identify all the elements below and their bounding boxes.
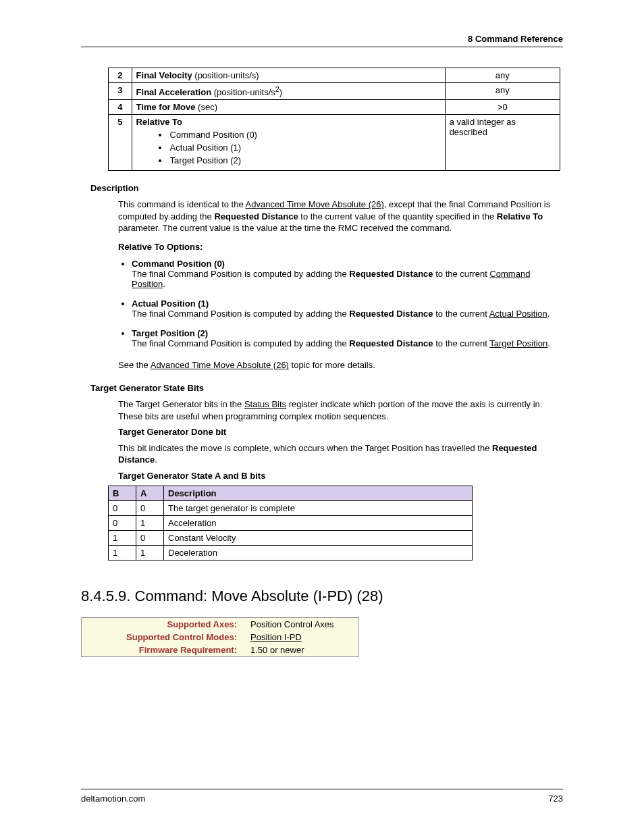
description-paragraph: This command is identical to the Advance… [118,199,556,234]
footer-page-number: 723 [548,793,563,804]
list-item: Target Position (2) The final Command Po… [132,328,556,348]
table-row: 10Constant Velocity [109,531,473,546]
link-position-ipd[interactable]: Position I-PD [250,632,302,642]
parameter-table: 2 Final Velocity (position-units/s) any … [108,68,560,171]
param-desc: Final Velocity (position-units/s) [132,68,445,83]
param-desc: Time for Move (sec) [132,100,445,115]
table-row: 4 Time for Move (sec) >0 [109,100,560,115]
supported-control-modes-value: Position I-PD [244,631,359,644]
param-desc: Relative To Command Position (0) Actual … [132,115,445,171]
state-bits-table: B A Description 00The target generator i… [108,486,473,561]
table-row: 2 Final Velocity (position-units/s) any [109,68,560,83]
supported-axes-value: Position Control Axes [244,618,359,631]
supported-axes-label: Supported Axes: [82,618,244,631]
link-actual-position[interactable]: Actual Position [489,309,547,319]
param-range: any [445,83,560,100]
supported-box: Supported Axes: Position Control Axes Su… [81,617,359,657]
link-adv-time-move-abs[interactable]: Advanced Time Move Absolute (26) [246,199,384,209]
tg-done-heading: Target Generator Done bit [118,426,556,438]
list-item: Actual Position (1) The final Command Po… [132,298,556,319]
table-row: 3 Final Acceleration (position-units/s2)… [109,83,560,100]
relative-to-options-heading: Relative To Options: [118,241,556,253]
param-num: 5 [109,115,132,171]
param-num: 2 [109,68,132,83]
firmware-req-value: 1.50 or newer [244,644,359,657]
tg-done-paragraph: This bit indicates the move is complete,… [118,442,556,466]
page-header: 8 Command Reference [81,34,563,47]
param-desc: Final Acceleration (position-units/s2) [132,83,445,100]
param-num: 3 [109,83,132,100]
col-header-desc: Description [164,486,473,501]
list-item: Target Position (2) [169,155,441,165]
table-row: 11Deceleration [109,546,473,561]
relative-to-options-list: Command Position (0) The final Command P… [118,259,556,348]
table-row: 00The target generator is complete [109,501,473,516]
see-more: See the Advanced Time Move Absolute (26)… [118,359,556,371]
link-status-bits[interactable]: Status Bits [244,399,286,409]
param-range: >0 [445,100,560,115]
target-generator-paragraph: The Target Generator bits in the Status … [118,398,556,422]
param-range: a valid integer as described [445,115,560,171]
description-heading: Description [90,183,563,193]
param-range: any [445,68,560,83]
firmware-req-label: Firmware Requirement: [82,644,244,657]
list-item: Command Position (0) The final Command P… [132,259,556,289]
footer-site: deltamotion.com [81,793,145,804]
param-num: 4 [109,100,132,115]
page-footer: deltamotion.com 723 [81,789,563,804]
table-row: 5 Relative To Command Position (0) Actua… [109,115,560,171]
table-row: 01Acceleration [109,516,473,531]
list-item: Command Position (0) [169,130,441,140]
list-item: Actual Position (1) [169,142,441,153]
supported-control-modes-label: Supported Control Modes: [82,631,244,644]
command-heading: 8.4.5.9. Command: Move Absolute (I-PD) (… [81,588,563,605]
link-adv-time-move-abs[interactable]: Advanced Time Move Absolute (26) [151,360,289,370]
col-header-b: B [109,486,136,501]
tg-ab-heading: Target Generator State A and B bits [118,470,556,482]
col-header-a: A [136,486,164,501]
link-target-position[interactable]: Target Position [489,338,547,348]
target-generator-heading: Target Generator State Bits [90,383,563,393]
